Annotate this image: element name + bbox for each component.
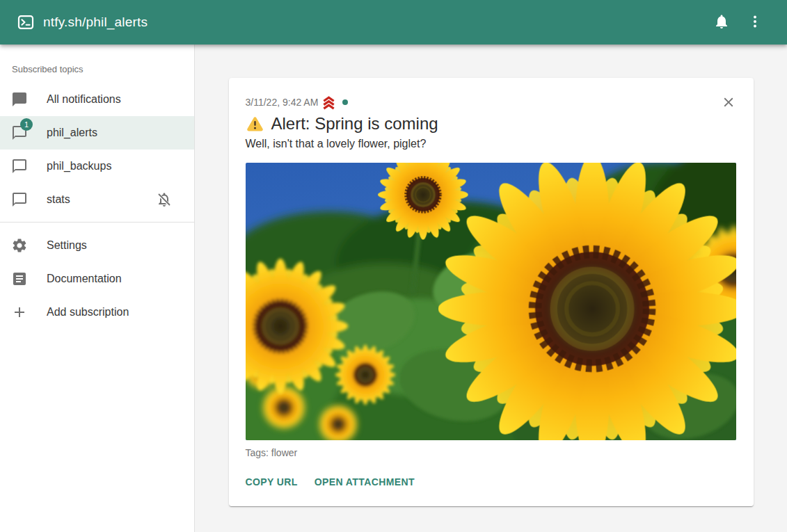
sidebar-item-label: All notifications [47, 93, 121, 106]
close-icon [721, 95, 736, 112]
sidebar-item-label: Add subscription [47, 306, 129, 319]
attachment-image[interactable] [246, 163, 736, 440]
sidebar-item-documentation[interactable]: Documentation [0, 262, 194, 296]
sidebar-item-label: Documentation [47, 273, 122, 285]
copy-url-button[interactable]: COPY URL [246, 474, 298, 490]
priority-high-icon [321, 95, 336, 110]
notification-card: 3/11/22, 9:42 AM [229, 78, 754, 506]
close-notification-button[interactable] [720, 95, 737, 111]
sidebar-item-add-subscription[interactable]: Add subscription [0, 296, 194, 329]
sidebar-item-phil-alerts[interactable]: 1 phil_alerts [0, 116, 194, 150]
notification-title-text: Alert: Spring is coming [271, 113, 438, 135]
unread-count-badge: 1 [20, 118, 33, 131]
chat-bubble-filled-icon [11, 91, 28, 108]
notification-actions: COPY URL OPEN ATTACHMENT [246, 474, 737, 490]
sidebar-item-label: Settings [47, 239, 87, 252]
bell-icon [713, 13, 730, 32]
notification-body: Well, isn't that a lovely flower, piglet… [246, 136, 737, 152]
notification-tags: Tags: flower [246, 446, 737, 459]
chat-bubble-outline-icon [11, 158, 28, 175]
bell-off-icon [156, 191, 173, 208]
main-content: 3/11/22, 9:42 AM [195, 45, 787, 532]
overflow-menu-button[interactable] [740, 7, 770, 38]
sidebar-item-all-notifications[interactable]: All notifications [0, 83, 194, 116]
open-attachment-button[interactable]: OPEN ATTACHMENT [315, 474, 415, 490]
sidebar-item-settings[interactable]: Settings [0, 229, 194, 262]
sidebar-item-label: phil_backups [47, 160, 111, 172]
chat-bubble-outline-icon [11, 191, 28, 208]
more-vert-icon [747, 13, 763, 32]
notifications-button[interactable] [706, 7, 737, 38]
sidebar: Subscribed topics All notifications 1 ph… [0, 45, 195, 532]
gear-icon [11, 237, 28, 254]
sidebar-divider [0, 222, 194, 223]
sidebar-item-stats[interactable]: stats [0, 183, 194, 216]
app-bar: ntfy.sh/phil_alerts [0, 0, 787, 45]
terminal-icon [17, 13, 35, 31]
plus-icon [11, 304, 28, 321]
warning-emoji-icon [246, 115, 264, 133]
unread-dot [342, 99, 348, 105]
sidebar-item-label: stats [47, 193, 70, 206]
notification-title: Alert: Spring is coming [246, 113, 737, 135]
subscribed-topics-label: Subscribed topics [0, 45, 194, 83]
notification-timestamp: 3/11/22, 9:42 AM [246, 97, 319, 108]
page-title: ntfy.sh/phil_alerts [43, 15, 148, 30]
sidebar-item-label: phil_alerts [47, 127, 97, 139]
sidebar-item-phil-backups[interactable]: phil_backups [0, 150, 194, 183]
article-icon [11, 271, 28, 287]
